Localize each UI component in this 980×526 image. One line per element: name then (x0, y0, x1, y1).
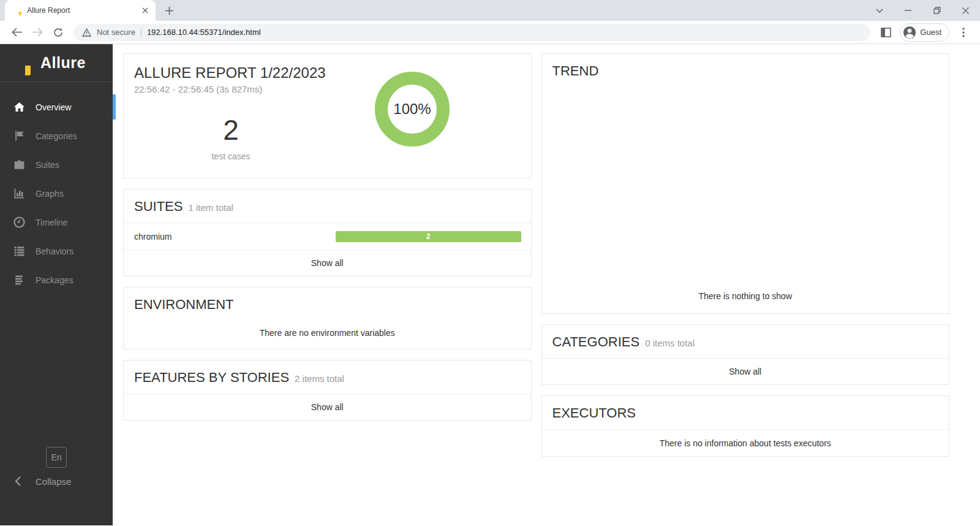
categories-count: 0 items total (645, 338, 695, 348)
trend-empty-text: There is nothing to show (542, 291, 949, 313)
sidebar-item-packages[interactable]: Packages (0, 265, 113, 294)
environment-title: ENVIRONMENT (134, 297, 234, 313)
suites-count: 1 item total (188, 202, 233, 213)
sidebar-item-label: Packages (36, 275, 73, 285)
suites-show-all-link[interactable]: Show all (124, 250, 531, 276)
tab-close-icon[interactable] (140, 5, 151, 16)
sidebar-item-label: Categories (36, 131, 77, 141)
features-count: 2 items total (295, 373, 344, 384)
sidebar-item-label: Graphs (36, 189, 64, 199)
sidebar-item-label: Timeline (36, 218, 67, 227)
executors-title: EXECUTORS (552, 405, 636, 421)
overview-widget: ALLURE REPORT 1/22/2023 22:56:42 - 22:56… (123, 53, 532, 178)
sidebar-item-timeline[interactable]: Timeline (0, 208, 113, 237)
home-icon (13, 101, 25, 113)
pass-rate-donut[interactable]: 100% (375, 72, 450, 147)
favicon-allure-icon (12, 6, 22, 15)
clock-icon (13, 216, 25, 228)
side-panel-icon[interactable] (876, 23, 895, 42)
sidebar-item-label: Suites (36, 160, 59, 170)
test-cases-total: 2 test cases (124, 116, 338, 161)
flag-icon (13, 130, 25, 142)
features-widget: FEATURES BY STORIES 2 items total Show a… (123, 360, 532, 421)
features-show-all-link[interactable]: Show all (124, 394, 531, 420)
collapse-button[interactable]: Collapse (0, 471, 113, 492)
suite-passed-bar[interactable]: 2 (336, 231, 521, 242)
browser-tab-strip: Allure Report (0, 0, 980, 21)
url-text: 192.168.10.44:55371/index.html (147, 28, 261, 37)
sidebar-item-label: Behaviors (36, 246, 74, 256)
collapse-label: Collapse (36, 476, 71, 487)
environment-widget: ENVIRONMENT There are no environment var… (123, 287, 532, 349)
browser-tab[interactable]: Allure Report (5, 0, 156, 21)
executors-widget: EXECUTORS There is no information about … (541, 395, 950, 457)
avatar-icon (903, 26, 916, 39)
sidebar-nav: Overview Categories Suites Graphs (0, 82, 113, 294)
suite-row: chromium 2 (124, 223, 531, 250)
brand-name: Allure (40, 54, 86, 72)
allure-logo-icon (7, 51, 31, 75)
omnibox-divider (141, 28, 141, 37)
new-tab-button[interactable] (160, 2, 178, 19)
test-cases-count: 2 (124, 116, 338, 144)
minimize-button[interactable] (894, 0, 922, 21)
sidebar-item-behaviors[interactable]: Behaviors (0, 237, 113, 265)
categories-widget: CATEGORIES 0 items total Show all (541, 324, 950, 385)
suite-name-link[interactable]: chromium (134, 232, 336, 242)
trend-widget: TREND There is nothing to show (541, 53, 950, 314)
sidebar-item-suites[interactable]: Suites (0, 150, 113, 179)
right-column: TREND There is nothing to show CATEGORIE… (541, 53, 950, 467)
tab-search-chevron-icon[interactable] (865, 0, 894, 21)
pass-rate-percent: 100% (393, 101, 431, 118)
trend-title: TREND (552, 63, 599, 79)
sidebar-item-categories[interactable]: Categories (0, 121, 113, 150)
security-label: Not secure (97, 28, 135, 37)
briefcase-icon (13, 159, 25, 170)
bar-chart-icon (13, 188, 25, 199)
main-content: ALLURE REPORT 1/22/2023 22:56:42 - 22:56… (113, 44, 980, 525)
close-window-button[interactable] (951, 0, 980, 21)
language-button[interactable]: En (46, 447, 67, 468)
layers-icon (13, 274, 25, 286)
features-title: FEATURES BY STORIES (134, 370, 289, 386)
restore-button[interactable] (922, 0, 951, 21)
browser-menu-icon[interactable] (954, 23, 973, 42)
reload-icon[interactable] (49, 23, 67, 42)
sidebar-item-overview[interactable]: Overview (0, 93, 113, 121)
sidebar-item-label: Overview (36, 102, 71, 112)
active-indicator (113, 94, 116, 120)
chevron-left-icon (15, 476, 21, 486)
brand: Allure (0, 44, 113, 82)
sidebar: Allure Overview Categories Suites (0, 44, 113, 525)
list-icon (13, 245, 25, 257)
back-icon[interactable] (7, 23, 26, 42)
profile-button[interactable]: Guest (900, 23, 949, 42)
categories-title: CATEGORIES (552, 334, 640, 350)
address-bar[interactable]: Not secure 192.168.10.44:55371/index.htm… (74, 24, 870, 41)
report-time-range: 22:56:42 - 22:56:45 (3s 827ms) (134, 84, 262, 94)
left-column: ALLURE REPORT 1/22/2023 22:56:42 - 22:56… (123, 53, 532, 467)
suites-title: SUITES (134, 199, 183, 215)
report-title: ALLURE REPORT 1/22/2023 (134, 64, 326, 82)
executors-empty-text: There is no information about tests exec… (542, 430, 949, 456)
not-secure-warning-icon[interactable] (82, 28, 91, 37)
categories-show-all-link[interactable]: Show all (542, 359, 949, 384)
sidebar-item-graphs[interactable]: Graphs (0, 179, 113, 208)
environment-empty-text: There are no environment variables (124, 321, 531, 349)
test-cases-label: test cases (124, 151, 338, 161)
tab-title: Allure Report (27, 6, 135, 15)
suites-widget: SUITES 1 item total chromium 2 Show all (123, 189, 532, 276)
profile-label: Guest (920, 28, 941, 37)
browser-toolbar: Not secure 192.168.10.44:55371/index.htm… (0, 21, 980, 44)
forward-icon[interactable] (28, 23, 47, 42)
